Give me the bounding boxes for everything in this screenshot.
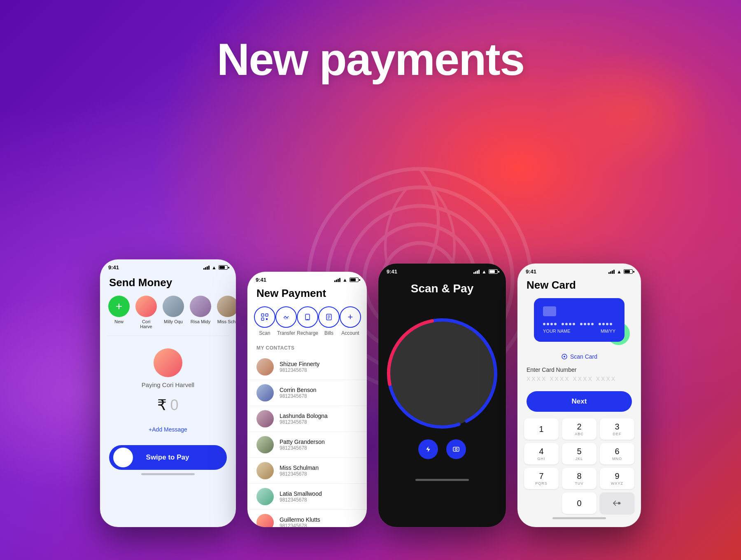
contact-name-2: Milly Oqu bbox=[164, 319, 183, 324]
add-message-link[interactable]: +Add Message bbox=[100, 418, 236, 445]
status-icons-1: ▲ bbox=[203, 265, 228, 271]
card-holder-name: YOUR NAME bbox=[543, 329, 571, 334]
numpad-sub-8: TUV bbox=[575, 481, 584, 485]
contact-info-1: Shizue Finnerty 9812345678 bbox=[280, 361, 358, 373]
scan-icon-item[interactable]: Scan bbox=[254, 306, 275, 336]
bills-label: Bills bbox=[324, 330, 333, 336]
status-icons-3: ▲ bbox=[473, 269, 498, 275]
card-bottom-info: YOUR NAME MM/YY bbox=[543, 329, 615, 334]
numpad: 1 2ABC 3DEF 4GHI 5JKL 6MNO 7PQRS 8TUV 9W… bbox=[517, 418, 641, 514]
svg-marker-19 bbox=[426, 446, 430, 452]
new-contact-button[interactable]: + New bbox=[108, 296, 130, 324]
time-3: 9:41 bbox=[387, 268, 397, 275]
card-chip-icon bbox=[543, 306, 556, 316]
battery-icon-3 bbox=[489, 269, 498, 274]
numpad-sub-4: GHI bbox=[537, 457, 545, 461]
list-item[interactable]: Corrin Benson 9812345678 bbox=[247, 380, 367, 406]
numpad-key-empty bbox=[524, 492, 559, 514]
numpad-key-5[interactable]: 5JKL bbox=[562, 443, 597, 464]
scan-pay-title: Scan & Pay bbox=[378, 276, 506, 308]
numpad-digit-6: 6 bbox=[615, 447, 619, 456]
amount-display: 0 bbox=[170, 397, 178, 414]
card-dots-group-2 bbox=[562, 323, 575, 325]
svg-rect-11 bbox=[306, 319, 309, 320]
time-1: 9:41 bbox=[108, 264, 119, 271]
contact-info-3: Lashunda Bologna 9812345678 bbox=[280, 413, 358, 425]
numpad-key-4[interactable]: 4GHI bbox=[524, 443, 559, 464]
wifi-icon-2: ▲ bbox=[343, 277, 347, 283]
contact-1[interactable]: Cori Harve bbox=[135, 296, 157, 329]
swipe-to-pay-button[interactable]: Swipe to Pay bbox=[109, 445, 227, 470]
transfer-icon: </> bbox=[275, 306, 297, 328]
numpad-row-3: 7PQRS 8TUV 9WXYZ bbox=[524, 468, 634, 489]
numpad-key-3[interactable]: 3DEF bbox=[600, 418, 634, 440]
list-item[interactable]: Latia Smallwood 9812345678 bbox=[247, 484, 367, 510]
scan-image-button[interactable] bbox=[446, 439, 466, 459]
paying-avatar bbox=[154, 348, 182, 377]
contact-list-name-1: Shizue Finnerty bbox=[280, 361, 358, 367]
card-wrapper: YOUR NAME MM/YY bbox=[532, 298, 627, 342]
contact-name-3: Risa Midy bbox=[191, 319, 210, 324]
amount-row: ₹ 0 bbox=[157, 397, 178, 414]
numpad-digit-4: 4 bbox=[539, 447, 543, 456]
account-icon-item[interactable]: + Account bbox=[340, 306, 361, 336]
avatar-lashunda bbox=[256, 410, 274, 427]
numpad-digit-1: 1 bbox=[539, 425, 543, 434]
avatar-shizue bbox=[256, 358, 274, 376]
avatar-milly bbox=[163, 296, 184, 317]
contact-list-name-3: Lashunda Bologna bbox=[280, 413, 358, 419]
card-number-input[interactable]: XXXX XXXX XXXX XXXX bbox=[517, 376, 641, 389]
status-icons-4: ▲ bbox=[608, 269, 633, 275]
contact-list-name-4: Patty Granderson bbox=[280, 439, 358, 445]
svg-point-23 bbox=[564, 356, 565, 357]
avatar-miss bbox=[217, 296, 236, 317]
signal-icon-4 bbox=[608, 270, 615, 274]
numpad-key-1[interactable]: 1 bbox=[524, 418, 559, 440]
contact-list-name-2: Corrin Benson bbox=[280, 387, 358, 393]
numpad-key-0[interactable]: 0 bbox=[562, 492, 597, 514]
recharge-label: Recharge bbox=[297, 330, 318, 336]
send-money-header: Send Money bbox=[100, 272, 236, 289]
list-item[interactable]: Guillermo Klutts 9812345678 bbox=[247, 510, 367, 527]
new-label: New bbox=[114, 319, 124, 324]
avatar-latia bbox=[256, 488, 274, 505]
numpad-key-9[interactable]: 9WXYZ bbox=[600, 468, 634, 489]
phone-scan-pay: 9:41 ▲ Scan & Pay bbox=[378, 264, 506, 527]
numpad-key-2[interactable]: 2ABC bbox=[562, 418, 597, 440]
numpad-digit-9: 9 bbox=[615, 471, 619, 481]
list-item[interactable]: Lashunda Bologna 9812345678 bbox=[247, 406, 367, 432]
wifi-icon-4: ▲ bbox=[617, 269, 622, 275]
bills-icon-item[interactable]: Bills bbox=[318, 306, 340, 336]
numpad-sub-7: PQRS bbox=[535, 481, 548, 485]
phone-new-card: 9:41 ▲ New Card bbox=[517, 264, 641, 527]
list-item[interactable]: Shizue Finnerty 9812345678 bbox=[247, 354, 367, 380]
contact-2[interactable]: Milly Oqu bbox=[163, 296, 184, 324]
contact-info-5: Miss Schulman 9812345678 bbox=[280, 464, 358, 477]
contact-3[interactable]: Risa Midy bbox=[190, 296, 211, 324]
svg-rect-20 bbox=[453, 447, 459, 451]
numpad-key-7[interactable]: 7PQRS bbox=[524, 468, 559, 489]
numpad-key-8[interactable]: 8TUV bbox=[562, 468, 597, 489]
numpad-key-6[interactable]: 6MNO bbox=[600, 443, 634, 464]
numpad-row-1: 1 2ABC 3DEF bbox=[524, 418, 634, 440]
list-item[interactable]: Miss Schulman 9812345678 bbox=[247, 458, 367, 484]
card-expiry: MM/YY bbox=[601, 329, 615, 334]
my-contacts-header: MY CONTACTS bbox=[247, 343, 367, 354]
numpad-backspace-key[interactable] bbox=[600, 492, 634, 514]
contact-info-6: Latia Smallwood 9812345678 bbox=[280, 490, 358, 503]
svg-rect-6 bbox=[266, 314, 268, 316]
recharge-icon-item[interactable]: Recharge bbox=[297, 306, 318, 336]
scan-flash-button[interactable] bbox=[418, 439, 438, 459]
numpad-sub-6: MNO bbox=[612, 457, 622, 461]
svg-rect-10 bbox=[305, 314, 310, 320]
svg-rect-7 bbox=[261, 318, 264, 320]
contact-4[interactable]: Miss Schu bbox=[217, 296, 236, 324]
scan-bottom-icons bbox=[378, 439, 506, 476]
contact-name-4: Miss Schu bbox=[217, 319, 236, 324]
next-button[interactable]: Next bbox=[527, 391, 632, 412]
transfer-icon-item[interactable]: </> Transfer bbox=[275, 306, 297, 336]
list-item[interactable]: Patty Granderson 9812345678 bbox=[247, 432, 367, 458]
scan-card-button[interactable]: Scan Card bbox=[517, 350, 641, 366]
recharge-icon bbox=[297, 306, 318, 328]
battery-icon-1 bbox=[219, 265, 228, 270]
